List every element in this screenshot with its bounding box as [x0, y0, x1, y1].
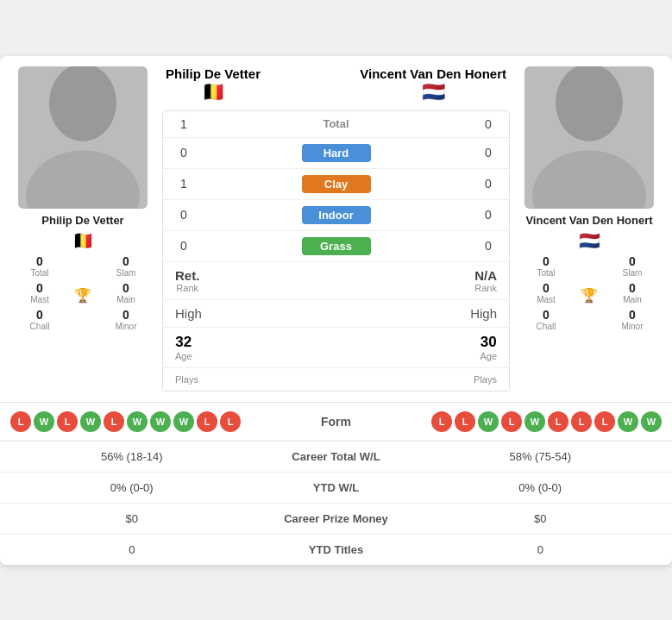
right-player-card: Vincent Van Den Honert 🇳🇱 0 Total 0 Slam… [517, 66, 662, 391]
right-form-6: L [548, 411, 568, 432]
career-wl-left: 56% (18-14) [14, 450, 250, 463]
grass-row: 0 Grass 0 [163, 231, 509, 262]
right-form-2: L [455, 411, 475, 432]
right-form-badges: L L W L W L L L W W [431, 411, 662, 432]
left-slam-lbl: Slam [116, 268, 136, 278]
career-wl-label: Career Total W/L [250, 450, 423, 463]
right-header-info: Vincent Van Den Honert 🇳🇱 [360, 66, 506, 103]
left-player-stats: 0 Total 0 Slam 0 Mast 🏆 0 Main [10, 254, 155, 331]
right-total-val: 0 [543, 254, 550, 268]
left-chall-val: 0 [36, 308, 43, 322]
right-form-4: L [501, 411, 522, 432]
hard-right: 0 [480, 146, 497, 160]
career-wl-right: 58% (75-54) [423, 450, 659, 463]
left-form-6: W [127, 411, 148, 432]
left-form-10: L [220, 411, 241, 432]
ytd-titles-left: 0 [14, 543, 250, 556]
left-form-8: W [173, 411, 194, 432]
left-slam-val: 0 [122, 254, 129, 268]
right-player-avatar [524, 66, 654, 209]
left-form-2: W [34, 411, 54, 432]
right-main-val: 0 [629, 281, 636, 295]
right-minor-cell: 0 Minor [603, 308, 662, 331]
left-minor-val: 0 [122, 308, 129, 322]
left-header-info: Philip De Vetter 🇧🇪 [166, 66, 261, 103]
right-form-1: L [431, 411, 452, 432]
left-form-5: L [104, 411, 124, 432]
hard-badge: Hard [302, 144, 371, 162]
right-main-cell: 0 Main [603, 281, 662, 304]
left-high-block: High [175, 306, 202, 321]
ytd-wl-label: YTD W/L [250, 481, 423, 494]
left-total-cell: 0 Total [10, 254, 69, 278]
indoor-row: 0 Indoor 0 [163, 200, 509, 231]
right-form-10: W [641, 411, 662, 432]
left-player-card: Philip De Vetter 🇧🇪 0 Total 0 Slam 0 Mas… [10, 66, 155, 391]
right-slam-lbl: Slam [623, 268, 643, 278]
right-form-9: W [618, 411, 638, 432]
clay-row: 1 Clay 0 [163, 169, 509, 200]
right-form-5: W [524, 411, 545, 432]
left-total-lbl: Total [30, 268, 48, 278]
high-row: High High [163, 300, 509, 328]
prize-row: $0 Career Prize Money $0 [0, 504, 672, 535]
right-rank-block: N/A Rank [474, 268, 497, 293]
right-minor-val: 0 [629, 308, 636, 322]
right-form-8: L [594, 411, 615, 432]
clay-left: 1 [175, 177, 192, 191]
right-mast-cell: 0 Mast [517, 281, 575, 304]
left-player-flag: 🇧🇪 [72, 230, 94, 251]
left-header-name: Philip De Vetter [166, 66, 261, 81]
hard-left: 0 [175, 146, 192, 160]
prize-label: Career Prize Money [250, 512, 423, 525]
left-player-avatar [18, 66, 148, 209]
left-slam-cell: 0 Slam [97, 254, 155, 278]
right-chall-lbl: Chall [537, 322, 556, 331]
left-plays-lbl: Plays [175, 374, 198, 385]
left-rank-lbl: Rank [176, 283, 198, 293]
right-chall-val: 0 [543, 308, 550, 322]
right-player-stats: 0 Total 0 Slam 0 Mast 🏆 0 Main [517, 254, 662, 331]
right-age-val: 30 [480, 334, 497, 351]
right-high-block: High [470, 306, 497, 321]
right-header-flag: 🇳🇱 [422, 81, 445, 103]
right-total-score: 0 [480, 117, 497, 131]
right-header-name: Vincent Van Den Honert [360, 66, 506, 81]
main-container: Philip De Vetter 🇧🇪 0 Total 0 Slam 0 Mas… [0, 56, 672, 565]
left-main-lbl: Main [116, 295, 135, 304]
left-plays-block: Plays [175, 374, 198, 385]
left-age-block: 32 Age [175, 334, 192, 361]
right-player-flag: 🇳🇱 [579, 230, 600, 251]
hard-row: 0 Hard 0 [163, 138, 509, 169]
right-total-cell: 0 Total [517, 254, 575, 278]
right-plays-block: Plays [474, 374, 497, 385]
left-form-1: L [10, 411, 31, 432]
ytd-titles-label: YTD Titles [250, 543, 423, 556]
right-age-lbl: Age [480, 351, 497, 361]
right-total-lbl: Total [537, 268, 555, 278]
grass-badge: Grass [302, 237, 371, 255]
bottom-section: 56% (18-14) Career Total W/L 58% (75-54)… [0, 441, 672, 565]
ytd-titles-row: 0 YTD Titles 0 [0, 535, 672, 565]
right-form-7: L [571, 411, 592, 432]
left-form-7: W [150, 411, 171, 432]
left-high-val: High [175, 306, 202, 321]
main-panel: Philip De Vetter 🇧🇪 0 Total 0 Slam 0 Mas… [0, 56, 672, 402]
right-main-lbl: Main [623, 295, 642, 304]
center-panel: Philip De Vetter 🇧🇪 Vincent Van Den Hone… [162, 66, 510, 391]
svg-point-1 [26, 150, 140, 209]
form-section: L W L W L W W W L L Form L L W L W L L L… [0, 402, 672, 441]
age-row: 32 Age 30 Age [163, 328, 509, 368]
indoor-badge: Indoor [302, 206, 371, 224]
career-wl-row: 56% (18-14) Career Total W/L 58% (75-54) [0, 442, 672, 473]
svg-point-2 [556, 66, 623, 141]
ytd-titles-right: 0 [423, 543, 659, 556]
left-form-badges: L W L W L W W W L L [10, 411, 241, 432]
left-header-flag: 🇧🇪 [202, 81, 225, 103]
left-chall-cell: 0 Chall [10, 308, 69, 331]
total-label: Total [323, 117, 349, 130]
grass-left: 0 [175, 239, 192, 253]
ytd-wl-left: 0% (0-0) [14, 481, 250, 494]
right-slam-cell: 0 Slam [603, 254, 662, 278]
right-rank-lbl: Rank [474, 283, 497, 293]
